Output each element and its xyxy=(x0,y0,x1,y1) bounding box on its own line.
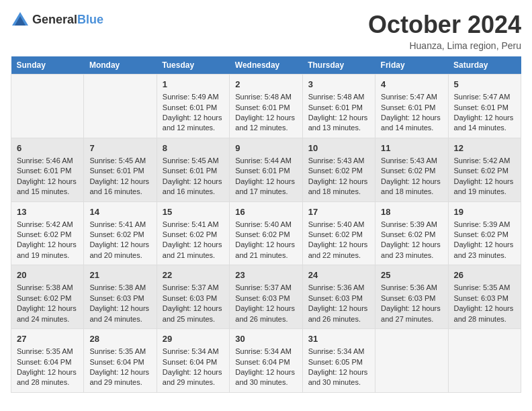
sunrise: Sunrise: 5:41 AM xyxy=(89,220,146,228)
sunset: Sunset: 6:02 PM xyxy=(308,167,363,175)
calendar-cell xyxy=(84,75,157,138)
calendar-cell xyxy=(11,75,84,138)
logo-icon xyxy=(11,11,30,30)
calendar-cell xyxy=(375,329,448,393)
calendar-cell: 28 Sunrise: 5:35 AM Sunset: 6:04 PM Dayl… xyxy=(84,329,157,393)
sunset: Sunset: 6:01 PM xyxy=(308,103,363,111)
sunset: Sunset: 6:03 PM xyxy=(89,294,144,302)
day-number: 31 xyxy=(308,333,369,345)
sunrise: Sunrise: 5:34 AM xyxy=(308,347,365,355)
week-row-1: 1 Sunrise: 5:49 AM Sunset: 6:01 PM Dayli… xyxy=(11,75,521,138)
sunset: Sunset: 6:03 PM xyxy=(381,294,435,302)
sunset: Sunset: 6:02 PM xyxy=(454,167,508,175)
col-header-monday: Monday xyxy=(84,56,157,75)
daylight: Daylight: 12 hours and 26 minutes. xyxy=(235,304,295,322)
daylight: Daylight: 12 hours and 18 minutes. xyxy=(308,177,368,195)
sunset: Sunset: 6:02 PM xyxy=(17,230,71,238)
daylight: Daylight: 12 hours and 19 minutes. xyxy=(454,177,514,195)
daylight: Daylight: 12 hours and 29 minutes. xyxy=(89,368,149,386)
calendar-cell: 24 Sunrise: 5:36 AM Sunset: 6:03 PM Dayl… xyxy=(302,265,375,329)
daylight: Daylight: 12 hours and 16 minutes. xyxy=(163,177,222,195)
daylight: Daylight: 12 hours and 23 minutes. xyxy=(454,240,514,259)
sunrise: Sunrise: 5:37 AM xyxy=(235,283,292,291)
sunrise: Sunrise: 5:46 AM xyxy=(17,156,73,165)
sunset: Sunset: 6:03 PM xyxy=(308,294,363,302)
daylight: Daylight: 12 hours and 24 minutes. xyxy=(17,304,77,322)
daylight: Daylight: 12 hours and 21 minutes. xyxy=(235,240,295,259)
daylight: Daylight: 12 hours and 24 minutes. xyxy=(89,304,149,322)
day-number: 3 xyxy=(308,79,369,91)
sunset: Sunset: 6:03 PM xyxy=(163,294,217,302)
sunset: Sunset: 6:04 PM xyxy=(235,358,290,366)
daylight: Daylight: 12 hours and 29 minutes. xyxy=(163,368,222,386)
sunset: Sunset: 6:01 PM xyxy=(454,103,508,111)
daylight: Daylight: 12 hours and 19 minutes. xyxy=(17,240,77,259)
day-number: 14 xyxy=(89,206,150,218)
daylight: Daylight: 12 hours and 15 minutes. xyxy=(17,177,77,195)
daylight: Daylight: 12 hours and 25 minutes. xyxy=(163,304,222,322)
sunrise: Sunrise: 5:42 AM xyxy=(17,220,73,228)
sunrise: Sunrise: 5:38 AM xyxy=(17,283,73,291)
sunset: Sunset: 6:01 PM xyxy=(163,167,217,175)
sunrise: Sunrise: 5:49 AM xyxy=(163,93,219,101)
day-number: 18 xyxy=(381,206,442,218)
day-number: 21 xyxy=(89,269,150,281)
day-number: 1 xyxy=(163,79,224,91)
sunrise: Sunrise: 5:41 AM xyxy=(163,220,219,228)
sunrise: Sunrise: 5:39 AM xyxy=(381,220,437,228)
calendar-cell: 10 Sunrise: 5:43 AM Sunset: 6:02 PM Dayl… xyxy=(302,138,375,201)
week-row-3: 13 Sunrise: 5:42 AM Sunset: 6:02 PM Dayl… xyxy=(11,201,521,265)
sunset: Sunset: 6:01 PM xyxy=(235,103,290,111)
sunrise: Sunrise: 5:45 AM xyxy=(163,156,219,165)
page-header: GeneralBlue October 2024 Huanza, Lima re… xyxy=(11,11,521,51)
sunset: Sunset: 6:02 PM xyxy=(163,230,217,238)
daylight: Daylight: 12 hours and 12 minutes. xyxy=(235,113,295,132)
calendar-cell: 21 Sunrise: 5:38 AM Sunset: 6:03 PM Dayl… xyxy=(84,265,157,329)
sunrise: Sunrise: 5:34 AM xyxy=(235,347,292,355)
col-header-sunday: Sunday xyxy=(11,56,84,75)
calendar-cell: 5 Sunrise: 5:47 AM Sunset: 6:01 PM Dayli… xyxy=(448,75,521,138)
week-row-5: 27 Sunrise: 5:35 AM Sunset: 6:04 PM Dayl… xyxy=(11,329,521,393)
sunrise: Sunrise: 5:35 AM xyxy=(89,347,146,355)
logo: GeneralBlue xyxy=(11,11,103,30)
daylight: Daylight: 12 hours and 13 minutes. xyxy=(308,113,368,132)
title-section: October 2024 Huanza, Lima region, Peru xyxy=(368,11,521,51)
day-number: 26 xyxy=(454,269,515,281)
day-number: 4 xyxy=(381,79,442,91)
sunset: Sunset: 6:02 PM xyxy=(454,230,508,238)
calendar-cell: 9 Sunrise: 5:44 AM Sunset: 6:01 PM Dayli… xyxy=(230,138,302,201)
sunrise: Sunrise: 5:36 AM xyxy=(381,283,437,291)
col-header-thursday: Thursday xyxy=(302,56,375,75)
day-number: 6 xyxy=(17,142,78,154)
sunset: Sunset: 6:01 PM xyxy=(381,103,435,111)
calendar-cell: 1 Sunrise: 5:49 AM Sunset: 6:01 PM Dayli… xyxy=(157,75,229,138)
calendar-cell: 22 Sunrise: 5:37 AM Sunset: 6:03 PM Dayl… xyxy=(157,265,229,329)
daylight: Daylight: 12 hours and 14 minutes. xyxy=(454,113,514,132)
sunset: Sunset: 6:03 PM xyxy=(454,294,508,302)
day-number: 10 xyxy=(308,142,369,154)
calendar-cell: 16 Sunrise: 5:40 AM Sunset: 6:02 PM Dayl… xyxy=(230,201,302,265)
sunset: Sunset: 6:03 PM xyxy=(235,294,290,302)
daylight: Daylight: 12 hours and 14 minutes. xyxy=(381,113,441,132)
sunrise: Sunrise: 5:45 AM xyxy=(89,156,146,165)
header-row: SundayMondayTuesdayWednesdayThursdayFrid… xyxy=(11,56,521,75)
day-number: 2 xyxy=(235,79,296,91)
calendar-cell: 4 Sunrise: 5:47 AM Sunset: 6:01 PM Dayli… xyxy=(375,75,448,138)
sunrise: Sunrise: 5:35 AM xyxy=(454,283,511,291)
daylight: Daylight: 12 hours and 26 minutes. xyxy=(308,304,368,322)
calendar-cell: 30 Sunrise: 5:34 AM Sunset: 6:04 PM Dayl… xyxy=(230,329,302,393)
calendar-cell: 3 Sunrise: 5:48 AM Sunset: 6:01 PM Dayli… xyxy=(302,75,375,138)
day-number: 23 xyxy=(235,269,296,281)
calendar-cell xyxy=(448,329,521,393)
sunrise: Sunrise: 5:47 AM xyxy=(381,93,437,101)
calendar-cell: 20 Sunrise: 5:38 AM Sunset: 6:02 PM Dayl… xyxy=(11,265,84,329)
week-row-2: 6 Sunrise: 5:46 AM Sunset: 6:01 PM Dayli… xyxy=(11,138,521,201)
daylight: Daylight: 12 hours and 18 minutes. xyxy=(381,177,441,195)
calendar-cell: 8 Sunrise: 5:45 AM Sunset: 6:01 PM Dayli… xyxy=(157,138,229,201)
logo-general: General xyxy=(32,13,77,26)
sunset: Sunset: 6:05 PM xyxy=(308,358,363,366)
sunset: Sunset: 6:04 PM xyxy=(17,358,71,366)
calendar-cell: 29 Sunrise: 5:34 AM Sunset: 6:04 PM Dayl… xyxy=(157,329,229,393)
location: Huanza, Lima region, Peru xyxy=(368,40,521,51)
calendar-cell: 31 Sunrise: 5:34 AM Sunset: 6:05 PM Dayl… xyxy=(302,329,375,393)
